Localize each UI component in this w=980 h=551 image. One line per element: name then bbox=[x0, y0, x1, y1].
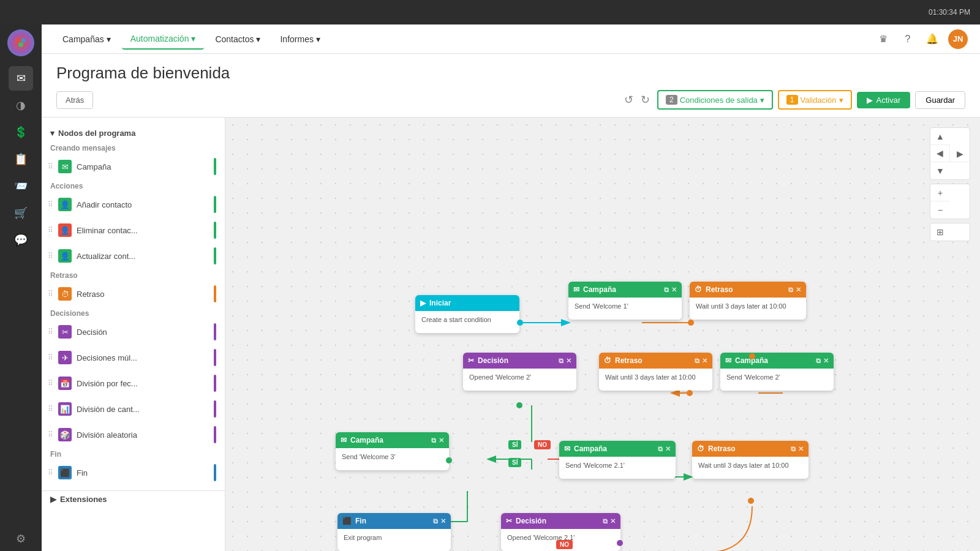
retraso-label: Retraso bbox=[77, 290, 105, 299]
redo-button[interactable]: ↻ bbox=[638, 91, 652, 109]
clock-icon3: ⏱ bbox=[697, 444, 704, 453]
nav-contactos[interactable]: Contactos ▾ bbox=[206, 29, 269, 49]
copy-campaña4[interactable]: ⧉ bbox=[658, 445, 663, 453]
copy-icon1[interactable]: ⧉ bbox=[664, 286, 669, 294]
clock-icon2: ⏱ bbox=[604, 356, 611, 365]
top-bar: 01:30:34 PM bbox=[0, 0, 980, 24]
node-decision1[interactable]: ✂ Decisión ⧉ ✕ Opened 'Welcome 2' bbox=[463, 353, 576, 391]
node-retraso1-label: Retraso bbox=[706, 285, 733, 294]
brand-logo[interactable] bbox=[7, 29, 34, 56]
minimap-button[interactable]: ⊞ bbox=[930, 223, 950, 241]
panel-item-decisiones-mult[interactable]: ⠿ ✈ Decisiones múl... bbox=[42, 345, 225, 370]
copy-fin[interactable]: ⧉ bbox=[433, 517, 438, 525]
conditions-button[interactable]: 2 Condiciones de salida ▾ bbox=[657, 90, 773, 110]
pan-left[interactable]: ◀ bbox=[930, 145, 950, 162]
close-campaña2[interactable]: ✕ bbox=[823, 357, 829, 365]
close-campaña4[interactable]: ✕ bbox=[665, 445, 671, 453]
user-avatar[interactable]: JN bbox=[948, 29, 968, 49]
panel-item-actualizar[interactable]: ⠿ 👤 Actualizar cont... bbox=[42, 243, 225, 269]
nodes-section-label: Nodos del programa bbox=[58, 129, 135, 138]
undo-button[interactable]: ↺ bbox=[622, 91, 636, 109]
node-retraso2[interactable]: ⏱ Retraso ⧉ ✕ Wait until 3 days later at… bbox=[599, 353, 712, 391]
close-icon1[interactable]: ✕ bbox=[671, 286, 677, 294]
nav-chart-icon[interactable]: ◑ bbox=[9, 93, 33, 118]
actualizar-label: Actualizar cont... bbox=[77, 252, 135, 261]
panel-item-division-cant[interactable]: ⠿ 📊 División de cant... bbox=[42, 396, 225, 422]
copy-retraso3[interactable]: ⧉ bbox=[791, 445, 796, 453]
node-fin-body: Exit program bbox=[337, 529, 451, 551]
panel-item-division-alea[interactable]: ⠿ 🎲 División aleatoria bbox=[42, 422, 225, 448]
zoom-in[interactable]: + bbox=[930, 184, 950, 201]
pan-right[interactable]: ▶ bbox=[950, 145, 970, 162]
retraso-icon: ⏱ bbox=[58, 287, 72, 301]
node-campaña4-body: Send 'Welcome 2.1' bbox=[559, 457, 676, 479]
panel-item-retraso[interactable]: ⠿ ⏱ Retraso bbox=[42, 281, 225, 307]
nav-dollar-icon[interactable]: 💲 bbox=[9, 120, 33, 144]
nav-informes[interactable]: Informes ▾ bbox=[271, 29, 328, 49]
node-retraso2-label: Retraso bbox=[615, 356, 643, 365]
copy-campaña3[interactable]: ⧉ bbox=[431, 437, 436, 444]
pan-down[interactable]: ▼ bbox=[930, 162, 950, 179]
close-decision2[interactable]: ✕ bbox=[610, 517, 616, 525]
dot-d1-out bbox=[516, 402, 522, 408]
campaña-bar bbox=[214, 158, 216, 175]
copy-retraso2[interactable]: ⧉ bbox=[695, 357, 699, 365]
save-button[interactable]: Guardar bbox=[915, 91, 965, 109]
help-icon[interactable]: ? bbox=[899, 31, 916, 48]
pan-up[interactable]: ▲ bbox=[930, 128, 950, 145]
copy-campaña2[interactable]: ⧉ bbox=[816, 357, 821, 365]
nav-send-icon[interactable]: 📨 bbox=[9, 174, 33, 198]
update-contact-icon: 👤 bbox=[58, 249, 72, 263]
copy-decision1[interactable]: ⧉ bbox=[559, 357, 564, 365]
node-campaña1-header: ✉ Campaña ⧉ ✕ bbox=[568, 282, 682, 298]
close-retraso2[interactable]: ✕ bbox=[702, 357, 707, 365]
nodes-section-header[interactable]: ▾ Nodos del programa bbox=[42, 125, 225, 141]
close-retraso3[interactable]: ✕ bbox=[798, 445, 804, 453]
node-iniciar[interactable]: ▶ Iniciar Create a start condition bbox=[415, 295, 519, 333]
copy-retraso1[interactable]: ⧉ bbox=[788, 286, 793, 294]
node-retraso2-header: ⏱ Retraso ⧉ ✕ bbox=[599, 353, 712, 369]
messages-section-label: Creando mensajes bbox=[42, 141, 225, 154]
node-fin[interactable]: ⬛ Fin ⧉ ✕ Exit program bbox=[337, 513, 451, 551]
panel-item-eliminar[interactable]: ⠿ 👤 Eliminar contac... bbox=[42, 217, 225, 243]
node-campaña4[interactable]: ✉ Campaña ⧉ ✕ Send 'Welcome 2.1' bbox=[559, 441, 676, 479]
panel-item-campaña[interactable]: ⠿ ✉ Campaña bbox=[42, 154, 225, 179]
close-fin[interactable]: ✕ bbox=[440, 517, 446, 525]
nav-cart-icon[interactable]: 🛒 bbox=[9, 201, 33, 225]
extensions-section-header[interactable]: ▶ Extensiones bbox=[42, 490, 225, 508]
node-retraso3[interactable]: ⏱ Retraso ⧉ ✕ Wait until 3 days later at… bbox=[692, 441, 809, 479]
validation-button[interactable]: 1 Validación ▾ bbox=[778, 90, 852, 110]
workflow-canvas[interactable]: ▶ Iniciar Create a start condition ✉ Cam… bbox=[225, 118, 980, 551]
node-campaña3-header: ✉ Campaña ⧉ ✕ bbox=[336, 432, 449, 448]
panel-item-añadir[interactable]: ⠿ 👤 Añadir contacto bbox=[42, 192, 225, 217]
nav-clipboard-icon[interactable]: 📋 bbox=[9, 147, 33, 171]
nav-campanas[interactable]: Campañas ▾ bbox=[54, 29, 119, 49]
node-retraso1[interactable]: ⏱ Retraso ⧉ ✕ Wait until 3 days later at… bbox=[690, 282, 806, 320]
connections-svg bbox=[225, 118, 980, 551]
nav-settings-icon[interactable]: ⚙ bbox=[9, 527, 33, 551]
dot-c3-out bbox=[446, 457, 452, 463]
node-campaña3[interactable]: ✉ Campaña ⧉ ✕ Send 'Welcome 3' bbox=[336, 432, 449, 470]
zoom-out[interactable]: − bbox=[930, 201, 950, 219]
panel-item-decision[interactable]: ⠿ ✂ Decisión bbox=[42, 319, 225, 345]
clock-icon1: ⏱ bbox=[695, 285, 702, 294]
node-iniciar-label: Iniciar bbox=[429, 299, 451, 307]
pan-controls: ▲ ◀ ▶ ▼ bbox=[930, 127, 970, 180]
nav-email-icon[interactable]: ✉ bbox=[9, 66, 33, 91]
bell-icon[interactable]: 🔔 bbox=[924, 31, 941, 48]
panel-item-fin[interactable]: ⠿ ⬛ Fin bbox=[42, 460, 225, 485]
copy-decision2[interactable]: ⧉ bbox=[603, 517, 608, 525]
close-decision1[interactable]: ✕ bbox=[566, 357, 571, 365]
back-button[interactable]: Atrás bbox=[56, 91, 93, 109]
nav-chat-icon[interactable]: 💬 bbox=[9, 228, 33, 252]
close-campaña3[interactable]: ✕ bbox=[439, 437, 444, 444]
nav-automatizacion[interactable]: Automatización ▾ bbox=[122, 29, 205, 50]
panel-item-division-fec[interactable]: ⠿ 📅 División por fec... bbox=[42, 370, 225, 396]
fin-section-label: Fin bbox=[42, 448, 225, 460]
activate-button[interactable]: ▶ Activar bbox=[857, 92, 911, 108]
close-retraso1[interactable]: ✕ bbox=[796, 286, 801, 294]
random-split-icon: 🎲 bbox=[58, 428, 72, 441]
node-campaña2[interactable]: ✉ Campaña ⧉ ✕ Send 'Welcome 2' bbox=[720, 353, 834, 391]
node-campaña1[interactable]: ✉ Campaña ⧉ ✕ Send 'Welcome 1' bbox=[568, 282, 682, 320]
crown-icon[interactable]: ♛ bbox=[875, 31, 892, 48]
